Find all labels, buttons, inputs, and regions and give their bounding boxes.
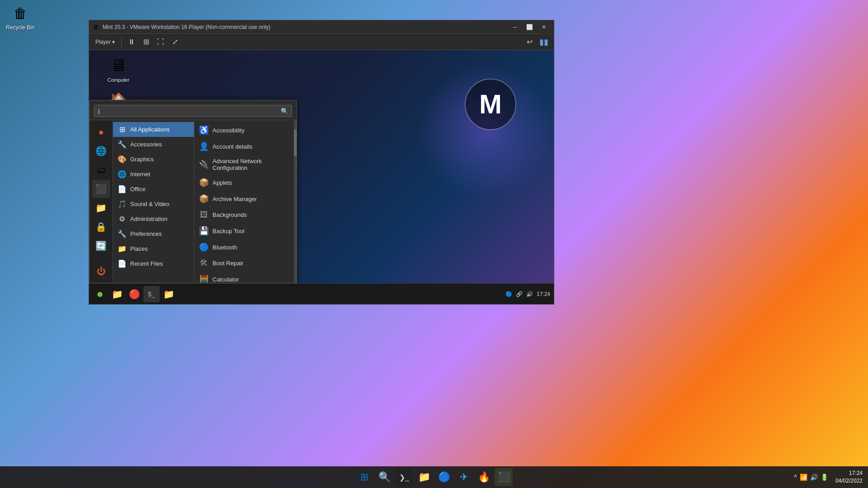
vm-computer-icon[interactable]: 🖥 Computer: [103, 55, 134, 83]
mint-taskbar-folder2[interactable]: 📁: [160, 286, 177, 302]
vmware-view-button[interactable]: ⊞: [140, 36, 152, 48]
taskbar-firefox[interactable]: 🔥: [475, 468, 493, 486]
app-accessibility[interactable]: ♿ Accessibility: [194, 122, 294, 138]
menu-main-content: ⊞ All Applications 🔧 Accessories 🎨 Graph…: [113, 120, 297, 283]
category-accessories-label: Accessories: [130, 141, 162, 148]
sidebar-icon-globe[interactable]: 🌐: [92, 142, 110, 160]
category-sound-video[interactable]: 🎵 Sound & Video: [113, 197, 194, 211]
category-places[interactable]: 📁 Places: [113, 241, 194, 256]
menu-sidebar: ● 🌐 🗂 ⬛ 📁 🔒 🔄 ⏻: [90, 120, 113, 283]
mint-taskbar-terminal[interactable]: $_: [143, 286, 160, 302]
app-boot-repair[interactable]: 🛠 Boot Repair: [194, 255, 294, 271]
category-internet-label: Internet: [130, 171, 150, 178]
taskbar-chevron-icon[interactable]: ^: [794, 474, 797, 481]
category-graphics[interactable]: 🎨 Graphics: [113, 152, 194, 167]
app-bluetooth-label: Bluetooth: [212, 244, 237, 251]
menu-scrollbar-thumb[interactable]: [294, 129, 297, 156]
taskbar-vmware[interactable]: ⬛: [495, 468, 513, 486]
menu-search-input[interactable]: [94, 105, 292, 117]
taskbar-time-date[interactable]: 17:24 04/02/2022: [835, 469, 863, 485]
player-menu-button[interactable]: Player ▾: [93, 38, 118, 47]
app-accessibility-label: Accessibility: [212, 127, 245, 134]
app-calculator[interactable]: 🧮 Calculator: [194, 271, 294, 283]
start-button[interactable]: ⊞: [355, 468, 373, 486]
vmware-titlebar: 🖥 Mint 20.3 - VMware Workstation 16 Play…: [89, 20, 554, 34]
sidebar-icon-terminal[interactable]: ⬛: [92, 180, 110, 198]
category-preferences-icon: 🔧: [118, 230, 127, 238]
category-internet-icon: 🌐: [118, 170, 127, 178]
sidebar-icon-files[interactable]: 🗂: [92, 161, 110, 179]
mint-taskbar-folder[interactable]: 📁: [109, 286, 125, 302]
vmware-restore-button[interactable]: ⬜: [523, 23, 536, 32]
player-label: Player: [95, 39, 111, 45]
taskbar-center-icons: ⊞ 🔍 ❯_ 📁 🔵 ✈ 🔥 ⬛: [355, 468, 513, 486]
vmware-title-text: Mint 20.3 - VMware Workstation 16 Player…: [103, 24, 509, 30]
category-preferences[interactable]: 🔧 Preferences: [113, 226, 194, 241]
category-internet[interactable]: 🌐 Internet: [113, 167, 194, 182]
category-places-icon: 📁: [118, 244, 127, 253]
category-administration[interactable]: ⚙ Administration: [113, 211, 194, 226]
sidebar-icon-firefox[interactable]: ●: [92, 123, 110, 141]
app-applets[interactable]: 📦 Applets: [194, 174, 294, 191]
taskbar-sound-icon[interactable]: 🔊: [810, 474, 818, 481]
taskbar-date: 04/02/2022: [835, 477, 863, 485]
category-all-icon: ⊞: [118, 125, 127, 134]
category-all-applications[interactable]: ⊞ All Applications: [113, 122, 194, 137]
vmware-usb-button[interactable]: ⤢: [169, 36, 181, 48]
recycle-bin-icon[interactable]: 🗑 Recycle Bin: [5, 5, 36, 31]
app-bluetooth[interactable]: 🔵 Bluetooth: [194, 239, 294, 255]
taskbar-time: 17:24: [849, 469, 863, 477]
app-boot-repair-label: Boot Repair: [212, 260, 244, 267]
taskbar-wifi-icon[interactable]: 📶: [800, 474, 807, 481]
taskbar-terminal[interactable]: ❯_: [395, 468, 413, 486]
mint-taskbar-firefox[interactable]: 🔴: [126, 286, 142, 302]
app-applets-icon: 📦: [199, 178, 209, 188]
app-accessibility-icon: ♿: [199, 125, 209, 135]
vmware-minimize-button[interactable]: ─: [509, 23, 521, 32]
category-graphics-icon: 🎨: [118, 155, 127, 164]
sidebar-icon-power[interactable]: ⏻: [92, 262, 110, 280]
application-menu: 🔍 ● 🌐 🗂 ⬛ 📁 🔒 🔄 ⏻: [89, 100, 297, 283]
category-recent-files[interactable]: 📄 Recent Files: [113, 256, 194, 271]
computer-icon-image: 🖥: [108, 55, 129, 76]
app-backup-tool[interactable]: 💾 Backup Tool: [194, 223, 294, 239]
menu-search-icon: 🔍: [281, 108, 288, 115]
app-calculator-icon: 🧮: [199, 274, 209, 283]
vmware-toolbar: Player ▾ ⏸ ⊞ ⛶ ⤢ ↩ ▮▮: [89, 34, 554, 50]
menu-body: ● 🌐 🗂 ⬛ 📁 🔒 🔄 ⏻: [90, 120, 297, 283]
category-administration-label: Administration: [130, 216, 167, 222]
svg-text:M: M: [479, 89, 502, 119]
mint-logo: M: [463, 77, 518, 131]
vmware-help-button[interactable]: ↩: [523, 36, 536, 48]
search-button[interactable]: 🔍: [375, 468, 393, 486]
sound-taskbar-icon: 🔊: [526, 291, 533, 297]
category-preferences-label: Preferences: [130, 230, 162, 237]
taskbar-explorer[interactable]: 📁: [415, 468, 433, 486]
app-calculator-label: Calculator: [212, 276, 239, 283]
vmware-panel-button[interactable]: ▮▮: [538, 36, 550, 48]
sidebar-icon-lock[interactable]: 🔒: [92, 218, 110, 236]
sidebar-icon-folder[interactable]: 📁: [92, 199, 110, 217]
pause-button[interactable]: ⏸: [125, 36, 138, 48]
app-advanced-network[interactable]: 🔌 Advanced Network Configuration: [194, 155, 294, 174]
app-archive-manager[interactable]: 📦 Archive Manager: [194, 191, 294, 207]
category-accessories[interactable]: 🔧 Accessories: [113, 137, 194, 152]
app-archive-icon: 📦: [199, 194, 209, 204]
toolbar-separator-1: [121, 38, 122, 47]
toolbar-right-icons: ↩ ▮▮: [523, 36, 550, 48]
vm-content-area: 🖥 Computer 🏠 Home M: [89, 50, 554, 304]
taskbar-telegram[interactable]: ✈: [455, 468, 473, 486]
app-account-details[interactable]: 👤 Account details: [194, 138, 294, 155]
sidebar-icon-update[interactable]: 🔄: [92, 237, 110, 255]
taskbar-browser[interactable]: 🔵: [435, 468, 453, 486]
vmware-close-button[interactable]: ✕: [538, 23, 550, 32]
network-taskbar-icon: 🔗: [516, 291, 523, 297]
category-office-label: Office: [130, 186, 146, 192]
category-all-label: All Applications: [130, 126, 170, 133]
menu-scrollbar[interactable]: [294, 120, 297, 283]
taskbar-battery-icon[interactable]: 🔋: [821, 474, 828, 481]
category-office[interactable]: 📄 Office: [113, 182, 194, 197]
app-backgrounds[interactable]: 🖼 Backgrounds: [194, 207, 294, 223]
mint-menu-button[interactable]: ●: [92, 286, 108, 302]
vmware-fullscreen-button[interactable]: ⛶: [154, 36, 167, 48]
